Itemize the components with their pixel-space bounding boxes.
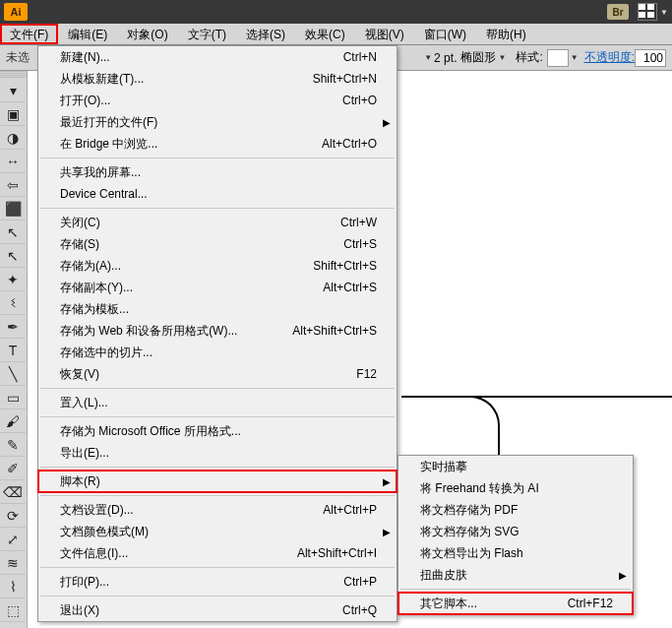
menu-item[interactable]: 将文档存储为 PDF bbox=[398, 499, 633, 521]
menu-item-label: 关闭(C) bbox=[60, 215, 340, 231]
menu-item[interactable]: 存储为模板... bbox=[38, 298, 397, 320]
menu-shortcut: Ctrl+F12 bbox=[568, 597, 613, 610]
menu-item[interactable]: 退出(X)Ctrl+Q bbox=[38, 599, 397, 621]
menu-item-label: 导出(E)... bbox=[60, 445, 377, 462]
tool-width[interactable]: ≋ bbox=[0, 551, 26, 575]
menu-item[interactable]: 存储(S)Ctrl+S bbox=[38, 233, 397, 255]
tool-pen[interactable]: ✒ bbox=[0, 315, 26, 339]
menu-item[interactable]: 存储为 Microsoft Office 所用格式... bbox=[38, 420, 397, 442]
menu-item[interactable]: 存储选中的切片... bbox=[38, 342, 397, 363]
menu-item[interactable]: 新建(N)...Ctrl+N bbox=[38, 46, 397, 68]
menu-item-label: 恢复(V) bbox=[60, 366, 356, 383]
menu-item[interactable]: 将 Freehand 转换为 AI bbox=[398, 477, 633, 499]
menu-item-label: 退出(X) bbox=[60, 602, 342, 619]
opacity-input[interactable] bbox=[635, 49, 666, 67]
menu-窗口[interactable]: 窗口(W) bbox=[414, 24, 476, 44]
menu-item[interactable]: 存储为 Web 和设备所用格式(W)...Alt+Shift+Ctrl+S bbox=[38, 320, 397, 342]
menu-item[interactable]: 将文档导出为 Flash bbox=[398, 542, 633, 564]
stroke-profile[interactable]: 椭圆形 bbox=[460, 49, 496, 66]
tool-▾[interactable]: ▾ bbox=[0, 79, 26, 102]
panel-grip[interactable] bbox=[0, 71, 27, 79]
tool-type[interactable]: T bbox=[0, 339, 26, 362]
graphic-style-swatch[interactable] bbox=[547, 49, 569, 67]
tool-shape[interactable]: ⬭ bbox=[0, 622, 26, 628]
menu-shortcut: Ctrl+W bbox=[340, 216, 377, 229]
tool-brush[interactable]: 🖌 bbox=[0, 409, 26, 433]
menu-item[interactable]: 将文档存储为 SVG bbox=[398, 521, 633, 542]
menu-对象[interactable]: 对象(O) bbox=[117, 24, 177, 44]
menu-item[interactable]: 打印(P)...Ctrl+P bbox=[38, 571, 397, 593]
menu-item[interactable]: 关闭(C)Ctrl+W bbox=[38, 212, 397, 233]
tool-↔[interactable]: ↔ bbox=[0, 150, 26, 173]
tool-▣[interactable]: ▣ bbox=[0, 102, 26, 126]
menu-item[interactable]: 最近打开的文件(F)▶ bbox=[38, 111, 397, 133]
opacity-label[interactable]: 不透明度: bbox=[584, 49, 635, 66]
menu-item-label: 存储为(A)... bbox=[60, 258, 313, 275]
tool-freet[interactable]: ⬚ bbox=[0, 598, 26, 622]
chevron-down-icon[interactable]: ▼ bbox=[424, 53, 432, 62]
menu-shortcut: Alt+Shift+Ctrl+S bbox=[292, 324, 377, 338]
chevron-down-icon[interactable]: ▼ bbox=[660, 8, 668, 17]
menu-item[interactable]: 存储为(A)...Shift+Ctrl+S bbox=[38, 255, 397, 277]
menu-item-label: 最近打开的文件(F) bbox=[60, 114, 377, 131]
menu-视图[interactable]: 视图(V) bbox=[355, 24, 414, 44]
tool-lasso[interactable]: ଽ bbox=[0, 291, 26, 315]
menu-item[interactable]: 导出(E)... bbox=[38, 442, 397, 464]
tool-warp[interactable]: ⌇ bbox=[0, 575, 26, 598]
menu-item[interactable]: 从模板新建(T)...Shift+Ctrl+N bbox=[38, 68, 397, 90]
menu-item[interactable]: 共享我的屏幕... bbox=[38, 161, 397, 183]
menu-文件[interactable]: 文件(F) bbox=[0, 24, 58, 44]
menu-separator bbox=[40, 157, 395, 158]
tool-magic[interactable]: ✦ bbox=[0, 268, 26, 291]
menu-item-label: 实时描摹 bbox=[420, 459, 613, 475]
menu-separator bbox=[40, 567, 395, 568]
menu-item[interactable]: 文档颜色模式(M)▶ bbox=[38, 521, 397, 542]
tool-⇦[interactable]: ⇦ bbox=[0, 173, 26, 197]
tool-rect[interactable]: ▭ bbox=[0, 386, 26, 409]
menu-item[interactable]: 恢复(V)F12 bbox=[38, 363, 397, 385]
chevron-down-icon[interactable]: ▼ bbox=[498, 53, 506, 62]
menu-item[interactable]: 其它脚本...Ctrl+F12 bbox=[398, 593, 633, 614]
menu-item[interactable]: 实时描摹 bbox=[398, 456, 633, 477]
menu-效果[interactable]: 效果(C) bbox=[295, 24, 355, 44]
menu-item[interactable]: Device Central... bbox=[38, 183, 397, 205]
script-submenu: 实时描摹将 Freehand 转换为 AI将文档存储为 PDF将文档存储为 SV… bbox=[397, 455, 634, 615]
menu-item[interactable]: 扭曲皮肤▶ bbox=[398, 564, 633, 586]
menu-文字[interactable]: 文字(T) bbox=[178, 24, 236, 44]
menu-shortcut: Ctrl+Q bbox=[342, 603, 377, 617]
menu-item[interactable]: 存储副本(Y)...Alt+Ctrl+S bbox=[38, 277, 397, 298]
menu-item-label: 新建(N)... bbox=[60, 49, 343, 66]
menu-item-label: 将文档存储为 SVG bbox=[420, 524, 613, 540]
tool-rotate[interactable]: ⟳ bbox=[0, 504, 26, 528]
tool-◑[interactable]: ◑ bbox=[0, 126, 26, 150]
tool-⬛[interactable]: ⬛ bbox=[0, 197, 26, 220]
tool-scale[interactable]: ⤢ bbox=[0, 528, 26, 551]
menu-item-label: 存储(S) bbox=[60, 236, 343, 253]
menu-shortcut: Ctrl+O bbox=[342, 94, 377, 107]
menu-item[interactable]: 置入(L)... bbox=[38, 392, 397, 413]
menu-item-label: 扭曲皮肤 bbox=[420, 567, 613, 584]
bridge-icon[interactable]: Br bbox=[607, 4, 629, 20]
tool-pencil[interactable]: ✎ bbox=[0, 433, 26, 457]
menu-item[interactable]: 打开(O)...Ctrl+O bbox=[38, 90, 397, 111]
menu-item[interactable]: 文档设置(D)...Alt+Ctrl+P bbox=[38, 499, 397, 521]
tool-blob[interactable]: ✐ bbox=[0, 457, 26, 480]
menu-item-label: 文档颜色模式(M) bbox=[60, 524, 377, 540]
menu-separator bbox=[40, 596, 395, 597]
menu-item-label: 置入(L)... bbox=[60, 395, 377, 411]
menu-帮助[interactable]: 帮助(H) bbox=[476, 24, 536, 44]
menu-item[interactable]: 在 Bridge 中浏览...Alt+Ctrl+O bbox=[38, 133, 397, 155]
menu-item[interactable]: 文件信息(I)...Alt+Shift+Ctrl+I bbox=[38, 542, 397, 564]
tool-direct[interactable]: ↖ bbox=[0, 244, 26, 268]
tool-eraser[interactable]: ⌫ bbox=[0, 480, 26, 504]
menu-选择[interactable]: 选择(S) bbox=[236, 24, 295, 44]
tool-cursor[interactable]: ↖ bbox=[0, 220, 26, 244]
tool-line[interactable]: ╲ bbox=[0, 362, 26, 386]
chevron-down-icon[interactable]: ▼ bbox=[571, 53, 579, 62]
arrange-docs-icon[interactable] bbox=[639, 4, 656, 20]
menu-item-label: 将文档存储为 PDF bbox=[420, 502, 613, 519]
menu-编辑[interactable]: 编辑(E) bbox=[58, 24, 117, 44]
menu-item[interactable]: 脚本(R)▶ bbox=[38, 471, 397, 492]
stroke-weight[interactable]: 2 pt. bbox=[434, 51, 457, 65]
menu-shortcut: Shift+Ctrl+S bbox=[313, 259, 377, 273]
